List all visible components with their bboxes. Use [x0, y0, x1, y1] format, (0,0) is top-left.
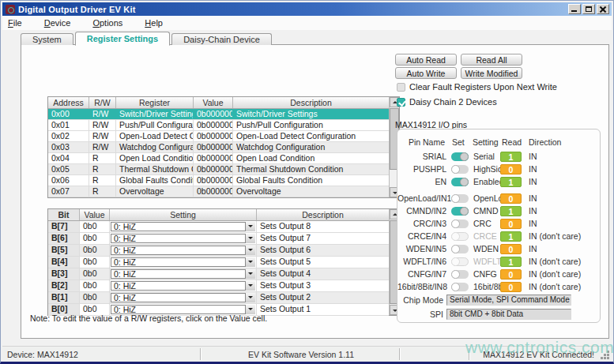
dropdown-arrow-icon[interactable]: [245, 222, 255, 231]
read-all-button[interactable]: Read All: [461, 54, 522, 66]
window-title: Digital Output Driver EV Kit: [18, 5, 568, 14]
pin-toggle[interactable]: [451, 245, 469, 253]
bit-row[interactable]: B[6] 0b0 0: HiZ Sets Output 7: [48, 233, 389, 245]
setting-dropdown[interactable]: 0: HiZ: [111, 269, 255, 279]
value-cell[interactable]: 0b00000000: [194, 175, 233, 186]
pin-direction: IN (don't care): [529, 231, 581, 241]
menu-file[interactable]: File: [2, 17, 28, 29]
register-row[interactable]: 0x02 R/W Open-Load Detect Confi... 0b000…: [48, 131, 389, 142]
setting-cell: 0: HiZ: [110, 268, 257, 280]
setting-dropdown[interactable]: 0: HiZ: [111, 281, 255, 291]
value-cell[interactable]: 0b00000000: [194, 186, 233, 197]
tab-system[interactable]: System: [21, 33, 73, 45]
pin-direction: IN: [529, 164, 537, 174]
chip-mode-label: Chip Mode: [397, 295, 443, 305]
pin-toggle[interactable]: [451, 257, 469, 266]
pin-toggle[interactable]: [451, 220, 469, 228]
tab-bar: System Register Settings Daisy-Chain Dev…: [21, 31, 273, 45]
pin-toggle[interactable]: [451, 194, 469, 203]
setting-dropdown[interactable]: 0: HiZ: [111, 222, 255, 231]
bit-value-cell: 0b0: [80, 221, 110, 232]
toggle-knob-icon: [451, 232, 460, 241]
setting-dropdown[interactable]: 0: HiZ: [111, 234, 255, 243]
bit-row[interactable]: B[1] 0b0 0: HiZ Sets Output 2: [48, 292, 389, 304]
setting-cell: 0: HiZ: [110, 245, 257, 256]
register-table-header: Address R/W Register Value Description: [48, 97, 389, 109]
pin-toggle[interactable]: [451, 283, 469, 291]
register-row[interactable]: 0x07 R Overvoltage 0b00000000 Overvoltag…: [48, 186, 389, 197]
bit-description-cell: Sets Output 7: [257, 233, 389, 244]
minimize-button[interactable]: [568, 4, 581, 14]
toggle-knob-icon: [451, 165, 460, 174]
address-cell: 0x07: [48, 186, 89, 197]
menu-options[interactable]: Options: [87, 17, 128, 29]
setting-cell: 0: HiZ: [110, 221, 257, 232]
register-row[interactable]: 0x00 R/W Switch/Driver Settings 0b000000…: [48, 109, 389, 120]
dropdown-arrow-icon[interactable]: [245, 281, 255, 291]
bit-description-cell: Sets Output 3: [257, 280, 389, 291]
value-cell[interactable]: 0b00000000: [194, 120, 233, 130]
pin-name: OpenLoad/IN1: [397, 193, 446, 203]
pin-toggle[interactable]: [451, 270, 469, 279]
watermark-text: www.cntronics.com: [465, 338, 614, 357]
tab-daisy-chain-device[interactable]: Daisy-Chain Device: [171, 33, 272, 45]
tab-register-settings[interactable]: Register Settings: [75, 32, 170, 46]
bit-value-cell: 0b0: [80, 268, 110, 280]
dropdown-arrow-icon[interactable]: [245, 234, 255, 243]
title-bar[interactable]: Digital Output Driver EV Kit: [2, 2, 612, 16]
bit-table-header: Bit Value Setting Description: [48, 209, 389, 221]
address-cell: 0x02: [48, 131, 89, 141]
menu-help[interactable]: Help: [139, 17, 168, 29]
bit-row[interactable]: B[5] 0b0 0: HiZ Sets Output 6: [48, 245, 389, 257]
pin-toggle[interactable]: [451, 152, 469, 161]
dropdown-arrow-icon[interactable]: [245, 257, 255, 267]
pin-toggle[interactable]: [451, 178, 469, 186]
maximize-button[interactable]: [582, 4, 595, 14]
address-cell: 0x06: [48, 175, 89, 186]
bit-row[interactable]: B[4] 0b0 0: HiZ Sets Output 5: [48, 257, 389, 268]
resize-grip[interactable]: [607, 357, 609, 359]
bit-row[interactable]: B[2] 0b0 0: HiZ Sets Output 3: [48, 280, 389, 292]
value-cell[interactable]: 0b00000000: [194, 153, 233, 163]
io-pin-rows: SRIAL Serial 1 IN PUSHPL HighSide 0 IN: [397, 150, 600, 293]
bit-cell: B[4]: [48, 257, 80, 268]
menu-bar: File Device Options Help: [2, 16, 612, 30]
register-row[interactable]: 0x01 R/W Push/Pull Configuration 0b00000…: [48, 120, 389, 131]
dropdown-arrow-icon[interactable]: [245, 293, 255, 302]
pin-toggle[interactable]: [451, 165, 469, 174]
write-modified-button[interactable]: Write Modified: [461, 67, 522, 79]
close-button[interactable]: [597, 4, 609, 14]
bit-table: Bit Value Setting Description B[7] 0b0 0…: [47, 208, 400, 316]
dropdown-arrow-icon[interactable]: [245, 246, 255, 255]
auto-read-button[interactable]: Auto Read: [395, 54, 457, 66]
value-cell[interactable]: 0b00000000: [194, 142, 233, 152]
pin-name: CRCE/IN4: [397, 231, 446, 241]
daisy-chain-checkbox[interactable]: [397, 98, 405, 107]
bit-description-cell: Sets Output 6: [257, 245, 389, 256]
pin-toggle[interactable]: [451, 207, 469, 216]
dropdown-arrow-icon[interactable]: [245, 269, 255, 279]
value-cell[interactable]: 0b00000000: [194, 164, 233, 174]
register-cell: Open-Load Detect Confi...: [116, 131, 194, 141]
register-row[interactable]: 0x03 R/W Watchdog Configuration 0b000000…: [48, 142, 389, 153]
register-row[interactable]: 0x04 R Open Load Condition 0b00000000 Op…: [48, 153, 389, 164]
value-cell[interactable]: 0b00000000: [194, 109, 233, 119]
bit-row[interactable]: B[7] 0b0 0: HiZ Sets Output 8: [48, 221, 389, 233]
setting-dropdown[interactable]: 0: HiZ: [111, 246, 255, 255]
setting-dropdown[interactable]: 0: HiZ: [111, 293, 255, 302]
rw-cell: R: [89, 186, 116, 197]
pin-toggle[interactable]: [451, 232, 469, 241]
setting-dropdown[interactable]: 0: HiZ: [111, 257, 255, 267]
bit-row[interactable]: B[3] 0b0 0: HiZ Sets Output 4: [48, 268, 389, 280]
auto-write-button[interactable]: Auto Write: [395, 67, 457, 79]
description-cell: Open-Load Detect Configuration: [233, 131, 389, 141]
toggle-knob-icon: [460, 207, 469, 216]
rw-cell: R: [89, 175, 116, 186]
status-version: EV Kit Software Version 1.11: [202, 350, 401, 359]
register-row[interactable]: 0x06 R Global Faults Condition 0b0000000…: [48, 175, 389, 186]
value-cell[interactable]: 0b00000000: [194, 131, 233, 141]
register-row[interactable]: 0x05 R Thermal Shutdown Con... 0b0000000…: [48, 164, 389, 175]
toggle-knob-icon: [451, 283, 460, 291]
clear-fault-checkbox[interactable]: [397, 83, 405, 92]
menu-device[interactable]: Device: [39, 17, 77, 29]
